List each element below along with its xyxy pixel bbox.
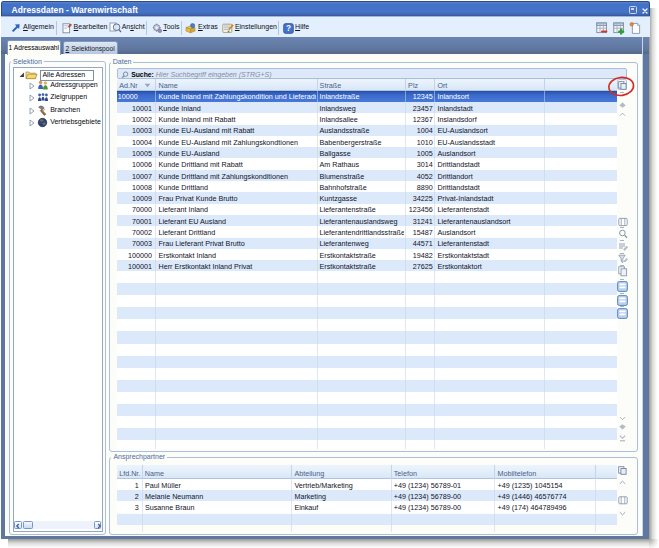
svg-text:?: ? xyxy=(286,24,291,33)
